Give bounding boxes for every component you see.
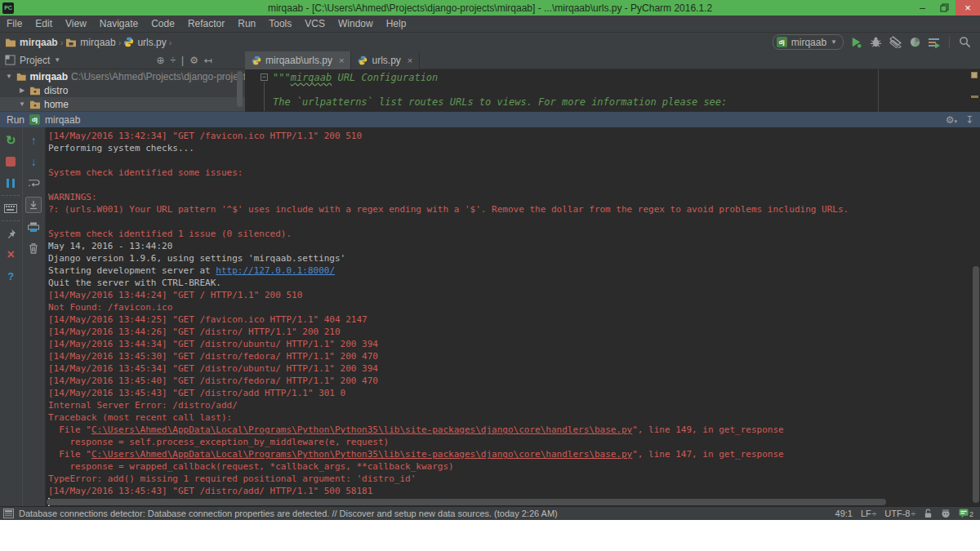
menu-item-edit[interactable]: Edit — [29, 16, 59, 33]
console-line: [14/May/2016 13:45:30] "GET /distro/fedo… — [48, 350, 980, 362]
console-line: Quit the server with CTRL-BREAK. — [48, 277, 980, 289]
encoding-widget[interactable]: UTF-8÷ — [884, 509, 915, 518]
editor-code[interactable]: """mirqaab URL Configuration The `urlpat… — [273, 69, 727, 112]
console-link[interactable]: http://127.0.0.1:8000/ — [216, 265, 335, 276]
prev-occurrence-button[interactable]: ↑ — [26, 133, 41, 148]
readonly-lock-widget[interactable] — [924, 509, 933, 518]
breadcrumb-project[interactable]: mirqaab — [5, 37, 58, 48]
show-command-line-button[interactable] — [3, 201, 18, 216]
event-log-widget[interactable]: 2 — [959, 509, 973, 518]
hide-toolwindow-icon[interactable]: ↧ — [965, 114, 973, 126]
status-bar: Database connections detector: Database … — [0, 506, 980, 520]
inspection-status-icon[interactable] — [971, 72, 978, 78]
concurrency-diagram-button[interactable] — [927, 35, 942, 50]
console-line — [48, 154, 980, 167]
run-toolwindow-header[interactable]: Run dj mirqaab ⚙▾ ↧ — [0, 112, 980, 127]
console-link[interactable]: C:\Users\Ahmed\AppData\Local\Programs\Py… — [91, 424, 632, 435]
collapse-all-icon[interactable]: ÷ — [170, 55, 176, 66]
profiler-button[interactable] — [907, 35, 922, 50]
gear-icon[interactable]: ⚙ — [189, 55, 198, 66]
menu-item-vcs[interactable]: VCS — [298, 16, 332, 33]
breadcrumb-file[interactable]: urls.py — [123, 37, 166, 48]
caret-position-widget[interactable]: 49:1 — [835, 509, 853, 518]
project-dropdown-icon: ▼ — [54, 56, 60, 64]
tree-item-home[interactable]: ▼ home — [0, 97, 245, 111]
close-button[interactable]: × — [956, 0, 980, 16]
scroll-to-end-button[interactable] — [25, 197, 42, 213]
source-folder-icon — [65, 38, 77, 47]
coverage-icon — [889, 36, 902, 48]
toolwindow-and-tabs-row: Project ▼ ⊕ ÷ | ⚙ ↤ mirqaab\urls.py × ur… — [0, 51, 980, 69]
debug-button[interactable] — [868, 35, 883, 50]
run-play-icon — [850, 36, 862, 48]
locate-file-icon[interactable]: ⊕ — [156, 55, 164, 66]
menu-item-tools[interactable]: Tools — [262, 16, 298, 33]
window-title: mirqaab - [C:\Users\Ahmed\Projects\djang… — [0, 2, 980, 14]
status-message[interactable]: Database connections detector: Database … — [19, 509, 558, 518]
hide-panel-icon[interactable]: ↤ — [204, 55, 212, 66]
close-tab-icon[interactable]: × — [339, 56, 344, 65]
toolwindow-quick-access-icon[interactable] — [3, 509, 14, 518]
help-button[interactable]: ? — [3, 269, 18, 283]
editor-pane[interactable]: − """mirqaab URL Configuration The `urlp… — [245, 69, 980, 112]
concurrency-icon — [928, 37, 941, 48]
next-occurrence-button[interactable]: ↓ — [26, 154, 41, 169]
console-output[interactable]: [14/May/2016 13:42:34] "GET /favicon.ico… — [46, 127, 980, 506]
unlocked-icon — [924, 509, 933, 518]
run-configuration-selector[interactable]: dj mirqaab ▼ — [773, 34, 844, 50]
menu-item-refactor[interactable]: Refactor — [181, 16, 231, 33]
console-link[interactable]: C:\Users\Ahmed\AppData\Local\Programs\Py… — [91, 449, 632, 460]
print-button[interactable] — [26, 220, 41, 234]
clear-all-button[interactable] — [26, 241, 41, 256]
warning-stripe-mark[interactable] — [971, 96, 978, 98]
run-button[interactable] — [849, 35, 863, 50]
console-line: File "C:\Users\Ahmed\AppData\Local\Progr… — [48, 424, 980, 436]
minimize-button[interactable]: – — [911, 0, 933, 16]
search-everywhere-button[interactable] — [957, 35, 972, 50]
pin-tab-button[interactable] — [3, 226, 18, 241]
hector-inspector-widget[interactable] — [941, 509, 951, 518]
keyboard-icon — [4, 204, 17, 213]
tab-urls[interactable]: urls.py × — [351, 51, 420, 69]
console-vertical-scrollbar[interactable] — [973, 266, 979, 503]
run-with-coverage-button[interactable] — [888, 35, 902, 50]
pause-output-button[interactable] — [3, 176, 18, 190]
tree-expanded-icon[interactable]: ▼ — [18, 100, 26, 108]
menu-item-help[interactable]: Help — [380, 16, 413, 33]
line-separator-widget[interactable]: LF÷ — [861, 509, 876, 518]
menu-item-navigate[interactable]: Navigate — [93, 16, 145, 33]
console-line: [14/May/2016 13:42:34] "GET /favicon.ico… — [48, 130, 980, 142]
tree-collapsed-icon[interactable]: ▶ — [18, 87, 26, 94]
tab-mirqaab-urls[interactable]: mirqaab\urls.py × — [245, 51, 351, 69]
chevron-icon: › — [118, 38, 122, 47]
run-panel-title: Run — [7, 114, 24, 126]
menu-item-file[interactable]: File — [0, 16, 29, 33]
close-console-button[interactable]: × — [3, 247, 18, 262]
menu-item-run[interactable]: Run — [231, 16, 262, 33]
menu-item-window[interactable]: Window — [332, 16, 380, 33]
console-line: TypeError: add() missing 1 required posi… — [48, 473, 980, 485]
toolbar-separator — [2, 195, 20, 196]
stop-button[interactable] — [3, 154, 18, 169]
close-tab-icon[interactable]: × — [408, 56, 412, 65]
breadcrumb-package[interactable]: mirqaab — [65, 37, 115, 48]
rerun-button[interactable]: ↻ — [3, 133, 18, 148]
run-toolbar: ↻ × ? ↑ ↓ — [0, 127, 46, 506]
window-controls: – × — [911, 0, 980, 16]
console-line: Traceback (most recent call last): — [48, 411, 980, 424]
menu-item-view[interactable]: View — [59, 16, 93, 33]
profiler-icon — [909, 36, 921, 48]
fold-marker-icon[interactable]: − — [261, 73, 268, 81]
project-toolwindow-header[interactable]: Project ▼ ⊕ ÷ | ⚙ ↤ — [0, 51, 245, 69]
project-tree-scrollbar[interactable] — [237, 71, 243, 107]
soft-wrap-icon — [28, 178, 40, 188]
restore-button[interactable] — [933, 0, 956, 16]
tree-item-mirqaab-root[interactable]: ▼ mirqaab C:\Users\Ahmed\Projects\django… — [0, 69, 245, 83]
gear-icon[interactable]: ⚙▾ — [946, 114, 957, 126]
menu-item-code[interactable]: Code — [145, 16, 181, 33]
tree-expanded-icon[interactable]: ▼ — [5, 73, 13, 80]
console-horizontal-scrollbar[interactable] — [47, 499, 886, 505]
soft-wrap-button[interactable] — [26, 176, 41, 190]
django-config-icon: dj — [777, 37, 787, 47]
tree-item-distro[interactable]: ▶ distro — [0, 83, 245, 97]
